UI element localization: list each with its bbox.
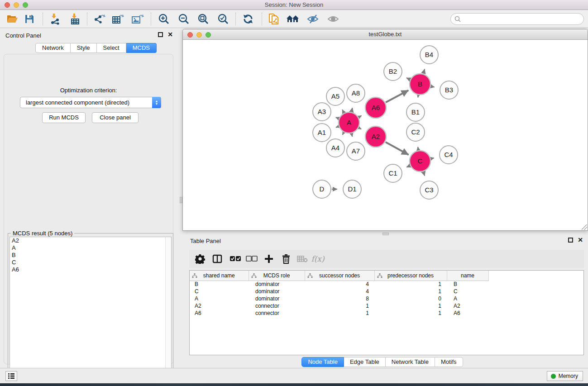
graph-node-A7[interactable]: A7	[347, 142, 365, 160]
graph-node-A8[interactable]: A8	[347, 84, 365, 102]
graph-node-A5[interactable]: A5	[326, 87, 344, 105]
tab-style[interactable]: Style	[71, 43, 97, 53]
export-table-icon[interactable]	[111, 13, 125, 25]
graph-edge-A2-C[interactable]	[386, 142, 409, 155]
table-cell[interactable]: 4	[305, 288, 374, 295]
table-cell[interactable]: 1	[374, 310, 447, 317]
trash-icon[interactable]	[279, 252, 293, 266]
graph-edge-C-C2[interactable]	[418, 147, 418, 150]
table-cell[interactable]: 4	[305, 281, 374, 288]
table-cell[interactable]: C	[447, 288, 488, 295]
column-header-name[interactable]: name	[447, 271, 488, 281]
table-row[interactable]: Adominator80A	[190, 295, 488, 302]
float-table-panel-icon[interactable]	[568, 238, 573, 243]
memory-button[interactable]: Memory	[547, 371, 583, 381]
mcds-result-list[interactable]: A2ABCA6	[10, 237, 172, 385]
search-input[interactable]	[461, 14, 583, 24]
close-panel-icon[interactable]: ✕	[167, 32, 173, 37]
close-table-panel-icon[interactable]: ✕	[578, 238, 583, 243]
tab-motifs[interactable]: Motifs	[435, 357, 463, 367]
graph-node-C3[interactable]: C3	[420, 181, 438, 199]
graph-edge-C-C4[interactable]	[431, 158, 434, 158]
tab-network-table[interactable]: Network Table	[386, 357, 435, 367]
table-cell[interactable]: 1	[374, 281, 447, 288]
graph-node-C2[interactable]: C2	[406, 123, 425, 141]
close-panel-button[interactable]: Close panel	[92, 112, 139, 123]
criterion-dropdown[interactable]: largest connected component (directed) ▲…	[20, 97, 161, 108]
deselect-all-icon[interactable]	[244, 252, 259, 266]
graph-edge-A-A8[interactable]	[352, 108, 353, 111]
graph-node-B2[interactable]: B2	[384, 62, 402, 81]
export-network-icon[interactable]	[92, 13, 106, 25]
graph-node-A[interactable]: A	[339, 112, 359, 133]
add-icon[interactable]	[262, 252, 276, 266]
graph-node-A1[interactable]: A1	[313, 124, 331, 142]
gear-icon[interactable]	[193, 252, 207, 266]
column-header-predecessor-nodes[interactable]: predecessor nodes	[374, 271, 447, 281]
zoom-network-icon[interactable]	[206, 32, 211, 38]
graph-edge-A-A3[interactable]	[336, 117, 339, 118]
show-all-icon[interactable]	[326, 13, 340, 25]
table-row[interactable]: Bdominator41B	[190, 281, 488, 288]
result-list-item[interactable]: A2	[10, 237, 171, 244]
tab-node-table[interactable]: Node Table	[301, 357, 344, 367]
tab-mcds[interactable]: MCDS	[126, 43, 157, 53]
result-list-item[interactable]: B	[10, 252, 171, 259]
float-panel-icon[interactable]	[158, 32, 163, 37]
column-header-MCDS-role[interactable]: MCDS role	[249, 271, 305, 281]
hide-selected-icon[interactable]	[306, 13, 320, 25]
zoom-fit-icon[interactable]	[196, 13, 210, 25]
graph-edge-B-B1[interactable]	[418, 95, 418, 98]
task-history-button[interactable]	[5, 371, 17, 381]
graph-node-C4[interactable]: C4	[440, 146, 458, 164]
graph-node-C1[interactable]: C1	[384, 164, 402, 182]
graph-node-A2[interactable]: A2	[365, 126, 386, 147]
table-cell[interactable]: C	[190, 288, 249, 295]
graph-edge-A-A2[interactable]	[359, 128, 361, 129]
tab-edge-table[interactable]: Edge Table	[344, 357, 386, 367]
table-cell[interactable]: A	[190, 295, 249, 302]
close-window-icon[interactable]	[5, 2, 10, 8]
network-window-titlebar[interactable]: testGlobe.txt	[183, 29, 588, 40]
export-image-icon[interactable]	[131, 13, 144, 25]
graph-edge-C-C1[interactable]	[406, 166, 410, 167]
graph-node-B1[interactable]: B1	[406, 103, 425, 121]
table-cell[interactable]: 8	[305, 295, 374, 302]
select-all-icon[interactable]	[228, 252, 243, 266]
graph-node-B4[interactable]: B4	[420, 46, 438, 64]
import-network-icon[interactable]	[48, 13, 62, 25]
result-list-item[interactable]: A	[10, 244, 171, 252]
table-cell[interactable]: connector	[249, 302, 305, 310]
network-canvas[interactable]: B4B2BB3A8A5A6A3B1AA1C2A2A4A7C4CC1C3DD1	[183, 40, 588, 230]
table-cell[interactable]: A2	[447, 302, 488, 310]
table-cell[interactable]: A6	[447, 310, 488, 317]
table-cell[interactable]: 1	[374, 302, 447, 310]
minimize-window-icon[interactable]	[14, 2, 19, 8]
resize-grip[interactable]	[582, 224, 587, 230]
tab-network[interactable]: Network	[35, 43, 71, 53]
column-header-shared-name[interactable]: shared name	[190, 271, 249, 281]
table-cell[interactable]: A2	[190, 302, 249, 310]
graph-edge-C-C3[interactable]	[423, 172, 425, 176]
table-cell[interactable]: 1	[305, 310, 374, 317]
graph-node-C[interactable]: C	[410, 151, 430, 172]
graph-node-A3[interactable]: A3	[313, 103, 331, 121]
graph-edge-A6-B[interactable]	[386, 91, 408, 103]
graph-node-A4[interactable]: A4	[326, 139, 344, 157]
zoom-selected-icon[interactable]	[216, 13, 230, 25]
save-session-icon[interactable]	[23, 13, 36, 25]
table-cell[interactable]: dominator	[249, 281, 305, 288]
column-split-icon[interactable]	[210, 252, 225, 266]
graph-edge-B-B4[interactable]	[423, 69, 425, 74]
result-list-item[interactable]: C	[10, 259, 171, 266]
graph-edge-A-A1[interactable]	[336, 127, 339, 128]
table-cell[interactable]: connector	[249, 310, 305, 317]
graph-node-B3[interactable]: B3	[440, 81, 458, 99]
table-cell[interactable]: 1	[374, 288, 447, 295]
graph-edge-A-A4[interactable]	[343, 133, 344, 135]
graph-edge-A-A5[interactable]	[342, 110, 344, 112]
table-cell[interactable]: 0	[374, 295, 447, 302]
node-table[interactable]: shared nameMCDS rolesuccessor nodesprede…	[190, 271, 489, 317]
zoom-out-icon[interactable]	[177, 13, 191, 25]
graph-edge-A-A6[interactable]	[359, 116, 362, 117]
